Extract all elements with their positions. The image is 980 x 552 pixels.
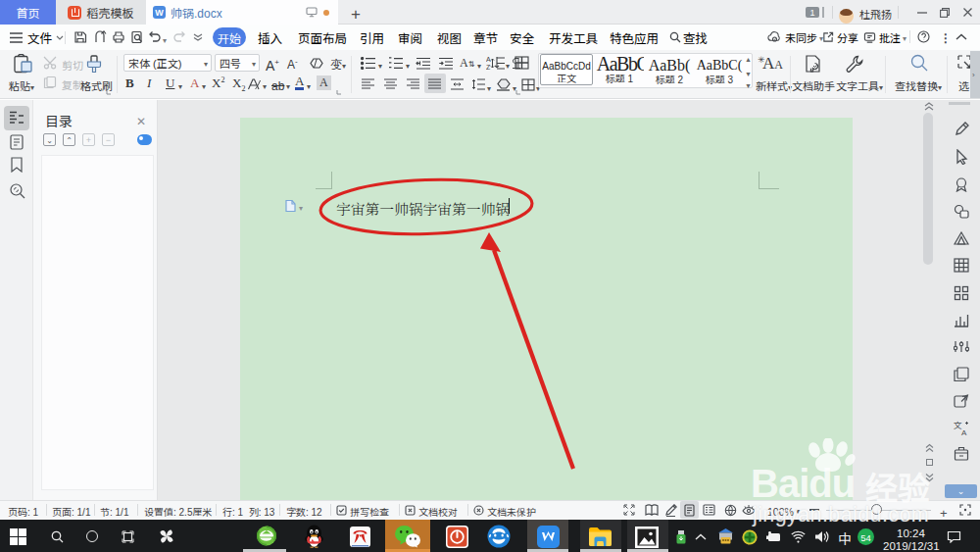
svg-text:A: A bbox=[961, 427, 967, 436]
